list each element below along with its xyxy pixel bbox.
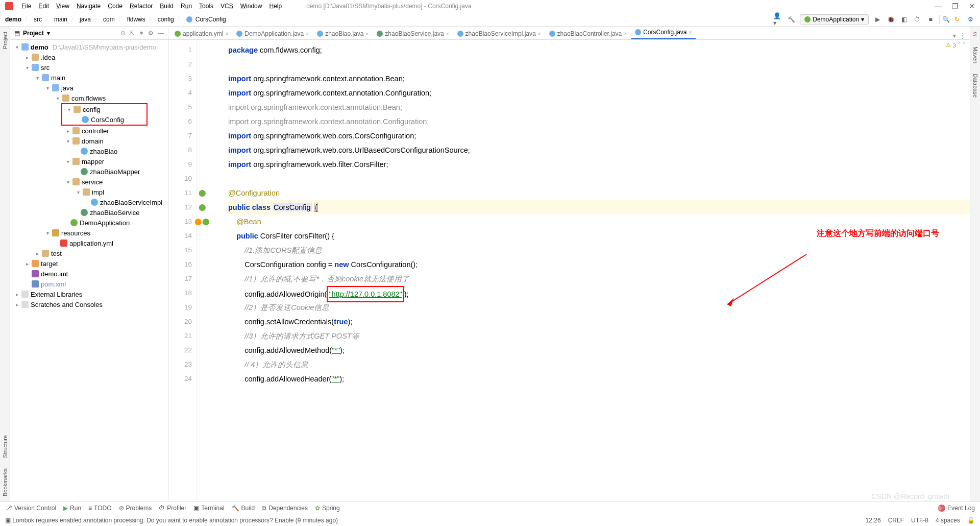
bc-demo[interactable]: demo <box>5 16 21 23</box>
tab-zhaobiaocontroller[interactable]: zhaoBiaoController.java× <box>545 28 631 39</box>
tree-item[interactable]: ▾com.fldwws <box>10 93 168 103</box>
sidetab-database[interactable]: Database <box>971 68 979 103</box>
tool-terminal[interactable]: ▣ Terminal <box>193 505 224 512</box>
menu-help[interactable]: Help <box>266 3 285 10</box>
project-tree[interactable]: ▾demoD:\Java01\SSM\mybatis-plus\demo ▸.i… <box>10 40 168 501</box>
debug-icon[interactable]: 🐞 <box>886 15 895 24</box>
tab-zhaobiao[interactable]: zhaoBiao.java× <box>313 28 373 39</box>
tabs-more-icon[interactable]: ⋮ <box>960 32 966 39</box>
tree-item-corsconfig[interactable]: CorsConfig <box>62 114 146 125</box>
status-indent[interactable]: 4 spaces <box>936 517 960 524</box>
tool-version-control[interactable]: ⎇ Version Control <box>5 505 56 512</box>
sidetab-project[interactable]: Project <box>1 27 9 54</box>
menu-run[interactable]: Run <box>178 3 195 10</box>
tab-zhaobiaoservice[interactable]: zhaoBiaoService.java× <box>373 28 453 39</box>
sidetab-maven[interactable]: m <box>971 27 979 41</box>
bc-fldwws[interactable]: fldwws <box>127 16 145 23</box>
menu-window[interactable]: Window <box>237 3 265 10</box>
tree-item[interactable]: zhaoBiaoMapper <box>10 166 168 177</box>
tree-item[interactable]: ▾mapper <box>10 156 168 166</box>
tree-scratches[interactable]: ▸Scratches and Consoles <box>10 299 168 309</box>
select-opened-icon[interactable]: ⊙ <box>120 30 126 37</box>
tree-item[interactable]: ▸controller <box>10 126 168 136</box>
chevron-down-icon[interactable]: ▾ <box>47 30 50 37</box>
close-tab-icon[interactable]: × <box>624 31 627 37</box>
settings-icon[interactable]: ⚙ <box>966 15 975 24</box>
tool-dependencies[interactable]: ⧉ Dependencies <box>262 505 308 512</box>
tool-problems[interactable]: ⊘ Problems <box>119 505 152 512</box>
tool-spring[interactable]: ✿ Spring <box>315 505 340 512</box>
tree-item[interactable]: ▾src <box>10 62 168 73</box>
tree-item[interactable]: application.yml <box>10 238 168 248</box>
tab-corsconfig[interactable]: CorsConfig.java× <box>631 27 696 39</box>
tool-run[interactable]: ▶ Run <box>63 505 81 512</box>
tab-application-yml[interactable]: application.yml× <box>170 28 232 39</box>
spring-gutter-icon[interactable]: ⬤ <box>199 186 206 200</box>
build-icon[interactable]: 🔨 <box>787 15 796 24</box>
status-line-sep[interactable]: CRLF <box>888 517 904 524</box>
close-tab-icon[interactable]: × <box>538 31 541 37</box>
close-icon[interactable]: ✕ <box>969 2 975 10</box>
code-content[interactable]: package com.fldwws.config; import org.sp… <box>208 40 970 501</box>
tree-item[interactable]: ▸target <box>10 258 168 269</box>
tree-item[interactable]: DemoApplication <box>10 218 168 228</box>
bc-corsconfig[interactable]: CorsConfig <box>195 16 226 23</box>
maximize-icon[interactable]: ❐ <box>952 2 959 10</box>
menu-navigate[interactable]: Navigate <box>74 3 104 10</box>
tabs-dropdown-icon[interactable]: ▾ <box>953 32 956 39</box>
tree-item[interactable]: pom.xml <box>10 279 168 289</box>
close-tab-icon[interactable]: × <box>225 31 228 37</box>
sidetab-bookmarks[interactable]: Bookmarks <box>1 463 9 501</box>
gutter-icons[interactable]: ⬤ ⬤ ⬤⬤ <box>197 40 208 501</box>
tool-profiler[interactable]: ⏱ Profiler <box>159 505 186 512</box>
tree-item[interactable]: ▸test <box>10 248 168 258</box>
gear-icon[interactable]: ⚙ <box>148 30 154 37</box>
menu-tools[interactable]: Tools <box>196 3 216 10</box>
menu-build[interactable]: Build <box>157 3 177 10</box>
bc-java[interactable]: java <box>80 16 91 23</box>
user-icon[interactable]: 👤▾ <box>773 15 782 24</box>
close-tab-icon[interactable]: × <box>446 31 449 37</box>
close-tab-icon[interactable]: × <box>366 31 369 37</box>
tree-item[interactable]: ▾main <box>10 73 168 83</box>
bc-main[interactable]: main <box>54 16 67 23</box>
spring-gutter-icon[interactable]: ⬤ <box>199 200 206 214</box>
stop-icon[interactable]: ■ <box>926 15 935 24</box>
tree-libs[interactable]: ▸External Libraries <box>10 289 168 299</box>
search-icon[interactable]: 🔍 <box>939 15 948 24</box>
tab-demoapp[interactable]: DemoApplication.java× <box>232 28 313 39</box>
tree-item[interactable]: zhaoBiaoServiceImpl <box>10 197 168 207</box>
menu-edit[interactable]: Edit <box>35 3 52 10</box>
bc-src[interactable]: src <box>34 16 42 23</box>
status-encoding[interactable]: UTF-8 <box>911 517 928 524</box>
collapse-icon[interactable]: ✶ <box>139 30 144 37</box>
tree-item[interactable]: ▸.idea <box>10 52 168 62</box>
status-message[interactable]: Lombok requires enabled annotation proce… <box>12 517 338 524</box>
run-icon[interactable]: ▶ <box>873 15 882 24</box>
tree-item[interactable]: zhaoBiaoService <box>10 207 168 218</box>
menu-vcs[interactable]: VCS <box>217 3 236 10</box>
tree-item-config[interactable]: ▾config <box>62 104 146 114</box>
tree-item[interactable]: ▾impl <box>10 187 168 197</box>
tree-item[interactable]: ▾domain <box>10 136 168 146</box>
sidetab-structure[interactable]: Structure <box>1 430 9 463</box>
tree-item[interactable]: ▾service <box>10 177 168 187</box>
bean-gutter-icon[interactable]: ⬤ <box>194 214 202 229</box>
tool-build[interactable]: 🔨 Build <box>232 505 255 512</box>
tab-zhaobiaoserviceimpl[interactable]: zhaoBiaoServiceImpl.java× <box>453 28 545 39</box>
coverage-icon[interactable]: ◧ <box>899 15 909 24</box>
event-log[interactable]: 9+ Event Log <box>938 505 975 512</box>
status-position[interactable]: 12:26 <box>866 517 881 524</box>
status-icon[interactable]: ▣ <box>5 517 11 524</box>
breadcrumb[interactable]: demo〉 src〉 main〉 java〉 com〉 fldwws〉 conf… <box>5 15 226 23</box>
minimize-icon[interactable]: — <box>935 2 942 10</box>
menu-file[interactable]: File <box>18 3 34 10</box>
hide-icon[interactable]: — <box>158 30 164 37</box>
tree-item[interactable]: demo.iml <box>10 269 168 279</box>
tool-todo[interactable]: ≡ TODO <box>88 505 111 512</box>
close-tab-icon[interactable]: × <box>306 31 309 37</box>
bc-config[interactable]: config <box>158 16 174 23</box>
tree-item[interactable]: ▾java <box>10 83 168 93</box>
sync-icon[interactable]: ↻ <box>952 15 962 24</box>
menu-code[interactable]: Code <box>105 3 126 10</box>
